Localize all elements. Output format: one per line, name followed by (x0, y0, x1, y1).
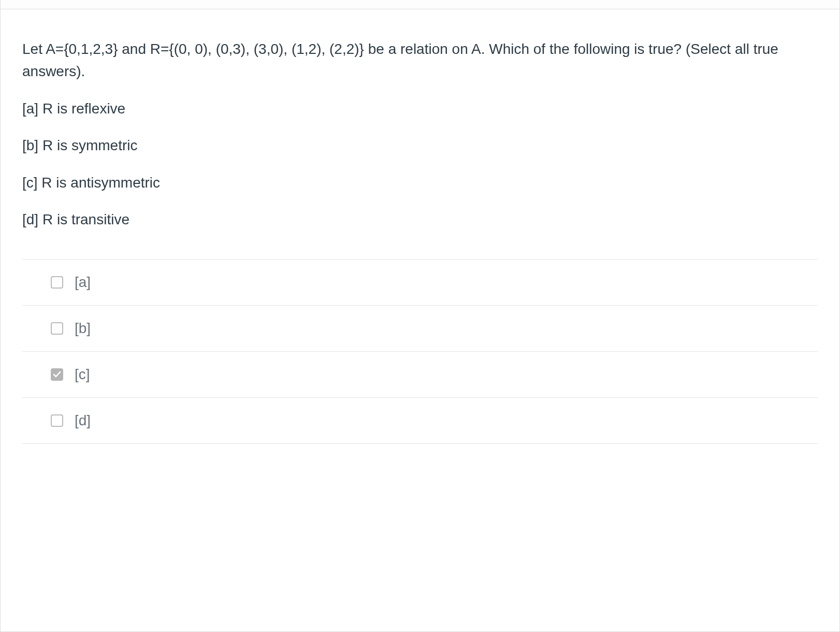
answer-label-b: [b] (75, 320, 91, 337)
answer-label-c: [c] (75, 366, 90, 383)
question-option-a: [a] R is reflexive (22, 97, 818, 120)
question-content: Let A={0,1,2,3} and R={(0, 0), (0,3), (3… (1, 9, 839, 444)
answer-row-c[interactable]: [c] (22, 351, 818, 397)
checkbox-c[interactable] (51, 368, 63, 381)
question-option-c: [c] R is antisymmetric (22, 171, 818, 194)
answer-row-d[interactable]: [d] (22, 397, 818, 444)
check-icon (53, 370, 61, 379)
checkbox-d[interactable] (51, 414, 63, 427)
question-option-d: [d] R is transitive (22, 208, 818, 231)
checkbox-b[interactable] (51, 322, 63, 335)
answer-label-d: [d] (75, 412, 91, 429)
question-prompt: Let A={0,1,2,3} and R={(0, 0), (0,3), (3… (22, 38, 818, 83)
checkbox-a[interactable] (51, 276, 63, 289)
top-divider (1, 0, 839, 9)
answer-label-a: [a] (75, 274, 91, 291)
answer-row-b[interactable]: [b] (22, 305, 818, 351)
question-option-b: [b] R is symmetric (22, 134, 818, 156)
answers-block: [a] [b] [c] [d] (22, 259, 818, 444)
answer-row-a[interactable]: [a] (22, 259, 818, 305)
question-container: Let A={0,1,2,3} and R={(0, 0), (0,3), (3… (0, 0, 840, 632)
